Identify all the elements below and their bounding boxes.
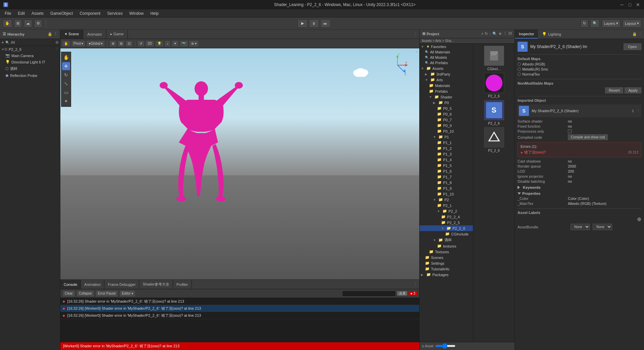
tree-p2-1[interactable]: 📁 P2_1 [420,203,473,208]
minimize-button[interactable]: ─ [619,2,625,7]
hierarchy-menu-icon[interactable]: ⋮ [54,32,57,36]
tree-cginclude[interactable]: 📁 CGInclude [420,231,473,237]
settings-tool[interactable]: ⚙ [34,19,42,28]
tab-game[interactable]: ▸ Game [106,30,128,39]
tree-p1-9[interactable]: 📁 P1_9 [420,185,473,191]
imported-obj-menu-icon[interactable]: ⋮ [636,109,640,113]
scene-panel-menu[interactable]: ⋮ [414,32,417,36]
tree-p0-5[interactable]: 📁 P0_5 [420,105,473,111]
tab-frame-debugger[interactable]: Frame Debugger [104,280,139,289]
move-tool-btn[interactable]: ✛ [62,62,70,70]
menu-window[interactable]: Window [126,10,147,16]
tree-p0-6[interactable]: 📁 P0_6 [420,111,473,117]
tree-p2-2[interactable]: ▼ 📁 P2_2 [420,208,473,214]
tree-shader[interactable]: ▼ 📁 Shader [420,94,473,100]
layout-dropdown[interactable]: Layout ▾ [623,19,641,28]
mode-2d-btn[interactable]: 2D [145,40,154,47]
transform-tool[interactable]: ⊕ [109,40,117,47]
tree-p2[interactable]: ▼ 📁 P2 [420,197,473,203]
console-search-input[interactable] [342,291,396,297]
menu-help[interactable]: Help [147,10,162,16]
audio-toggle[interactable]: ♪ [164,40,171,47]
tree-p0-7[interactable]: 📁 P0_7 [420,117,473,123]
tree-p1-2[interactable]: 📁 P1_2 [420,145,473,151]
asset-bundle-select-2[interactable]: None [593,224,612,230]
tree-materials[interactable]: 📁 Materials [420,83,473,88]
keywords-section-header[interactable]: Keywords [518,185,641,189]
tree-p0-9[interactable]: 📁 P0_9 [420,123,473,128]
tab-lighting[interactable]: 💡 Lighting [538,30,565,39]
tree-p1-10[interactable]: 📁 P1_10 [420,191,473,197]
inspector-lock-icon[interactable]: 🔒 [632,32,637,36]
clear-btn[interactable]: Clear [62,290,75,297]
tree-p0-10[interactable]: 📁 P0_10 [420,128,473,134]
scene-viewport[interactable]: ✋ ✛ ↻ ⤡ ▭ ✦ ≡ [60,48,419,279]
rect-tool-btn[interactable]: ▭ [62,88,70,96]
cloud-tool[interactable]: ☁ [24,19,32,28]
layers-dropdown[interactable]: Layers ▾ [602,19,621,28]
tree-p0[interactable]: ▶ 📁 P0 [420,100,473,105]
tree-arts[interactable]: ▼ 📁 Arts [420,77,473,83]
tab-animator[interactable]: Animator [83,30,106,39]
maximize-button[interactable]: □ [627,2,633,7]
step-button[interactable]: ⏭ [320,19,330,28]
tree-settings[interactable]: 📁 Settings [420,260,473,266]
open-shader-button[interactable]: Open [624,43,641,50]
asset-p2-2-6-pink[interactable]: P2_2_6 [482,73,506,98]
grid-tool[interactable]: ⊞ [117,40,125,47]
tree-p1-6[interactable]: 📁 P1_6 [420,168,473,174]
hierarchy-item-directional-light[interactable]: 💡 Directional Light 6 IT [0,59,60,65]
hierarchy-item-main-camera[interactable]: 📷 Main Camera [0,52,60,59]
tree-packages[interactable]: ▶ 📁 Packages [420,272,473,277]
hierarchy-lock-icon[interactable]: 🔒 [48,32,52,36]
imported-obj-info-icon[interactable]: ℹ [632,109,634,113]
console-row-2[interactable]: ● [16:32:26] [Worker0] Shader error in '… [60,305,419,312]
console-panel-menu[interactable]: ⋮ [414,282,417,287]
tab-inspector[interactable]: Inspector [515,30,538,39]
tree-prefabs[interactable]: 📁 Prefabs [420,88,473,94]
hierarchy-add-btn[interactable]: + [1,40,4,45]
properties-section-header[interactable]: Properties [518,191,641,195]
compile-show-code-button[interactable]: Compile and show cod [568,134,608,140]
asset-labels-add-icon[interactable]: ⊕ [637,216,641,222]
tree-assets[interactable]: ▼ 📁 Assets [420,65,473,71]
preprocess-checkbox[interactable] [568,129,572,133]
layout-tool[interactable]: ⊞ [14,19,22,28]
tree-p1-3[interactable]: 📁 P1_3 [420,151,473,157]
pivot-btn[interactable]: Pivot ▾ [71,40,86,47]
revert-button[interactable]: Revert [605,87,623,93]
asset-cginclude[interactable]: CGIncl... [482,46,506,71]
menu-file[interactable]: File [1,10,14,16]
asset-bundle-select-1[interactable]: None [571,224,590,230]
menu-gameobject[interactable]: GameObject [47,10,76,16]
cloud-services-icon[interactable]: ↻ [581,19,588,28]
hierarchy-root-item[interactable]: ▼ ⊙ P2_2_6 ⋮ [0,46,60,52]
asset-p2-2-6-shader[interactable]: S P2_2_6 [482,100,506,125]
effect-toggle[interactable]: ✦ [171,40,179,47]
global-btn[interactable]: ●Global ▾ [86,40,105,47]
project-menu-icon[interactable]: ⋮ [503,32,507,36]
menu-component[interactable]: Component [76,10,104,16]
hierarchy-item-reflection-probe[interactable]: ◉ Reflection Probe [0,72,60,79]
tree-all-materials[interactable]: 🔍 All Materials [420,49,473,55]
tree-scenes[interactable]: 📁 Scenes [420,255,473,260]
scale-tool-btn[interactable]: ⤡ [62,80,70,88]
error-pause-btn[interactable]: Error Pause [96,290,118,297]
tree-p2-2-4[interactable]: 📁 P2_2_4 [420,214,473,220]
tree-textures[interactable]: 📁 Textures [420,249,473,255]
tree-all-models[interactable]: 🔍 All Models [420,55,473,60]
tree-3rdparty[interactable]: ▶ 📁 3rdParty [420,71,473,77]
editor-dropdown[interactable]: Editor ▾ [119,290,136,297]
tree-favorites[interactable]: ▼ ★ Favorites [420,44,473,49]
pause-button[interactable]: ⏸ [309,19,319,28]
tree-p1-7[interactable]: 📁 P1_7 [420,174,473,180]
apply-button[interactable]: Apply [625,87,641,93]
tab-profiler[interactable]: Profiler [173,280,192,289]
tree-all-prefabs[interactable]: 🔍 All Prefabs [420,60,473,65]
tree-p1-5[interactable]: 📁 P1_5 [420,163,473,168]
hierarchy-item-wine-glass[interactable]: ⬡ 酒杯 [0,65,60,72]
inspector-menu-icon[interactable]: ⋮ [638,32,642,36]
tab-scene[interactable]: ✦ Scene [60,30,83,39]
search-toolbar-button[interactable]: 🔍 [590,19,600,28]
tab-console[interactable]: Console [60,280,81,289]
